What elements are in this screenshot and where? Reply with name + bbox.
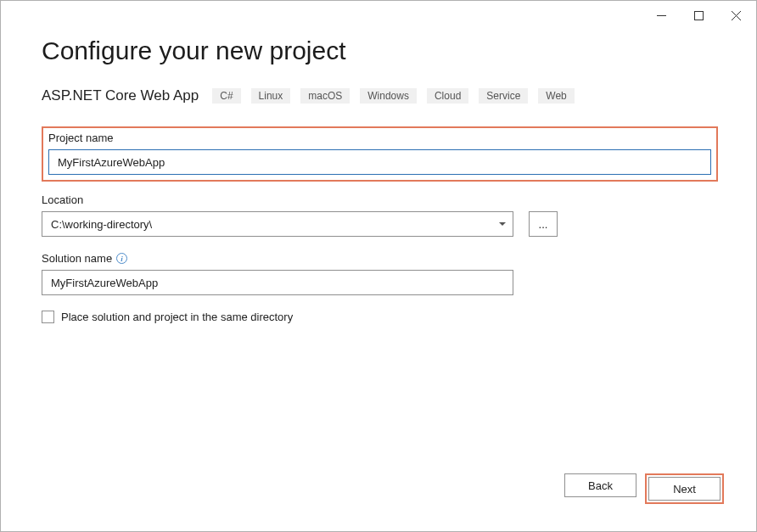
tag: Linux: [251, 88, 291, 104]
next-button-highlight: Next: [645, 473, 724, 504]
chevron-down-icon: [499, 222, 506, 226]
tag: Service: [479, 88, 528, 104]
tag: Cloud: [427, 88, 468, 104]
close-button[interactable]: [717, 5, 754, 25]
back-button[interactable]: Back: [564, 473, 636, 497]
window-titlebar: [1, 1, 756, 26]
same-directory-label: Place solution and project in the same d…: [61, 311, 293, 323]
dialog-footer: Back Next: [564, 473, 724, 504]
tag: Web: [538, 88, 574, 104]
info-icon[interactable]: [116, 253, 127, 264]
svg-rect-1: [694, 11, 703, 20]
browse-button[interactable]: ...: [529, 211, 558, 237]
next-button[interactable]: Next: [648, 477, 721, 501]
page-title: Configure your new project: [42, 36, 718, 65]
project-name-input[interactable]: [48, 149, 711, 175]
location-dropdown[interactable]: C:\working-directory\: [42, 211, 513, 237]
solution-name-label: Solution name: [42, 252, 718, 265]
maximize-button[interactable]: [680, 5, 717, 25]
solution-name-label-text: Solution name: [42, 252, 112, 265]
solution-name-group: Solution name: [42, 252, 718, 295]
tag: Windows: [360, 88, 417, 104]
project-name-label: Project name: [48, 132, 711, 144]
solution-name-input[interactable]: [42, 270, 513, 295]
maximize-icon: [694, 11, 704, 20]
template-row: ASP.NET Core Web App C# Linux macOS Wind…: [42, 87, 718, 104]
close-icon: [732, 11, 741, 20]
minimize-button[interactable]: [642, 5, 680, 25]
minimize-icon: [657, 11, 666, 20]
same-directory-checkbox[interactable]: [42, 311, 54, 323]
tag: macOS: [300, 88, 350, 104]
project-name-highlight: Project name: [42, 126, 718, 182]
location-group: Location C:\working-directory\ ...: [42, 193, 718, 237]
dialog-content: Configure your new project ASP.NET Core …: [1, 26, 756, 323]
location-label: Location: [42, 193, 718, 206]
tag: C#: [212, 88, 240, 104]
same-directory-row: Place solution and project in the same d…: [42, 311, 718, 323]
template-name: ASP.NET Core Web App: [42, 87, 199, 104]
location-value: C:\working-directory\: [51, 218, 152, 231]
